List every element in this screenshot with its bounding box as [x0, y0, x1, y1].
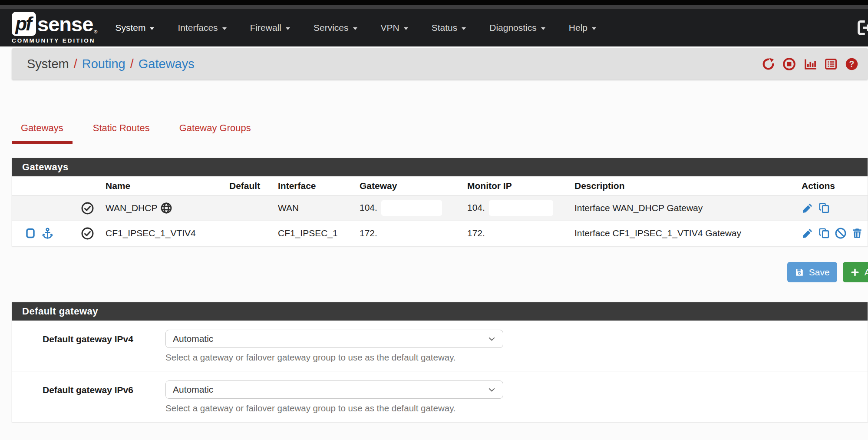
col-header-default: Default	[229, 176, 278, 195]
anchor-icon[interactable]	[38, 227, 53, 240]
gateway-name: CF1_IPSEC_1_VTIV4	[106, 228, 196, 238]
actions-cell	[802, 221, 868, 246]
caret-down-icon	[592, 27, 596, 30]
nav-item-system[interactable]: System	[103, 17, 166, 38]
page-title-bar: System/Routing/Gateways ?	[12, 48, 868, 79]
select-box-icon[interactable]	[25, 228, 36, 239]
check-circle-icon	[81, 227, 106, 240]
window-top-strip	[0, 0, 868, 5]
chart-bar-icon[interactable]	[803, 57, 817, 71]
svg-text:?: ?	[849, 59, 855, 69]
default-gateway-ipv6-label: Default gateway IPv6	[43, 380, 165, 395]
help-icon[interactable]: ?	[845, 57, 858, 71]
redacted-ip-box	[489, 200, 553, 216]
handles-cell	[12, 221, 77, 246]
add-button-label: Add	[865, 267, 868, 278]
nav-item-status[interactable]: Status	[420, 17, 478, 38]
caret-down-icon	[150, 27, 154, 30]
save-button[interactable]: Save	[787, 262, 837, 282]
breadcrumb-section: System	[27, 57, 69, 71]
nav-menu: System Interfaces Firewall Services VPN …	[103, 17, 608, 38]
caret-down-icon	[353, 27, 357, 30]
chevron-down-icon	[488, 335, 496, 343]
selected-value: Automatic	[173, 384, 213, 395]
default-cell	[229, 221, 278, 246]
caret-down-icon	[404, 27, 408, 30]
default-gateway-ipv6-select[interactable]: Automatic	[165, 380, 503, 399]
gateway-ip: 104.	[360, 202, 377, 212]
routing-tabs: Gateways Static Routes Gateway Groups	[12, 117, 868, 144]
nav-item-diagnostics[interactable]: Diagnostics	[478, 17, 557, 38]
disable-icon[interactable]	[835, 227, 847, 239]
tab-gateways[interactable]: Gateways	[12, 117, 73, 144]
nav-item-label: Services	[314, 23, 349, 33]
edit-icon[interactable]	[802, 227, 814, 239]
log-icon[interactable]	[824, 57, 838, 71]
gateway-name-cell: CF1_IPSEC_1_VTIV4	[106, 221, 229, 246]
status-cell	[77, 221, 106, 246]
sign-out-icon[interactable]	[855, 19, 868, 37]
gateway-ip-cell: 104.	[360, 195, 467, 221]
delete-icon[interactable]	[851, 227, 863, 239]
description-cell: Interface WAN_DHCP Gateway	[574, 195, 802, 221]
tab-static-routes[interactable]: Static Routes	[84, 117, 159, 144]
gateway-ip: 172.	[360, 228, 377, 238]
add-button[interactable]: Add	[843, 262, 868, 282]
nav-item-vpn[interactable]: VPN	[369, 17, 420, 38]
default-gateway-panel: Default gateway Default gateway IPv4 Aut…	[12, 302, 868, 422]
actions-cell	[802, 195, 868, 221]
col-header-interface: Interface	[278, 176, 360, 195]
nav-item-label: Diagnostics	[489, 23, 537, 33]
default-gateway-ipv4-select[interactable]: Automatic	[165, 330, 503, 348]
check-circle-icon	[81, 202, 106, 215]
nav-item-firewall[interactable]: Firewall	[238, 17, 302, 38]
col-header-actions: Actions	[802, 176, 868, 195]
col-header-handles	[12, 176, 77, 195]
nav-item-label: Help	[569, 23, 587, 33]
stop-icon[interactable]	[782, 57, 796, 71]
ipv4-help-text: Select a gateway or failover gateway gro…	[165, 352, 503, 363]
gateways-panel: Gateways Name Default Interface Gateway …	[12, 158, 868, 246]
handles-cell	[12, 195, 77, 221]
pfsense-logo[interactable]: pf sense ® COMMUNITY EDITION	[12, 12, 97, 44]
copy-icon[interactable]	[818, 227, 830, 239]
caret-down-icon	[286, 27, 290, 30]
table-row-cf1-ipsec: CF1_IPSEC_1_VTIV4 CF1_IPSEC_1 172. 172. …	[12, 221, 868, 246]
gateway-name: WAN_DHCP	[106, 203, 157, 213]
table-header-row: Name Default Interface Gateway Monitor I…	[12, 176, 868, 195]
nav-item-services[interactable]: Services	[302, 17, 369, 38]
col-header-description: Description	[574, 176, 802, 195]
save-button-label: Save	[809, 267, 830, 278]
breadcrumb-link-routing[interactable]: Routing	[82, 57, 125, 71]
field-main: Automatic Select a gateway or failover g…	[165, 330, 503, 363]
registered-mark: ®	[94, 29, 97, 34]
tab-gateway-groups[interactable]: Gateway Groups	[170, 117, 260, 144]
title-bar-actions: ?	[762, 57, 858, 71]
interface-cell: CF1_IPSEC_1	[278, 221, 360, 246]
refresh-icon[interactable]	[762, 57, 775, 71]
field-main: Automatic Select a gateway or failover g…	[165, 380, 503, 414]
nav-item-interfaces[interactable]: Interfaces	[166, 17, 238, 38]
default-gateway-panel-title: Default gateway	[12, 302, 868, 321]
nav-item-help[interactable]: Help	[557, 17, 608, 38]
caret-down-icon	[541, 27, 545, 30]
default-cell	[229, 195, 278, 221]
nav-item-label: System	[115, 23, 145, 33]
pf-logo-box: pf	[12, 12, 36, 36]
logo-row: pf sense ®	[12, 12, 97, 36]
plus-icon	[850, 268, 860, 277]
table-row-wan-dhcp: WAN_DHCP WAN 104. 104. Interface WAN_DHC…	[12, 195, 868, 221]
nav-item-label: Status	[432, 23, 458, 33]
interface-cell: WAN	[278, 195, 360, 221]
community-edition-label: COMMUNITY EDITION	[12, 37, 97, 44]
monitor-ip: 104.	[467, 202, 485, 212]
ipv6-help-text: Select a gateway or failover gateway gro…	[165, 403, 503, 414]
copy-icon[interactable]	[818, 202, 830, 214]
breadcrumb-link-gateways[interactable]: Gateways	[139, 57, 195, 71]
edit-icon[interactable]	[802, 202, 814, 214]
top-navbar: pf sense ® COMMUNITY EDITION System Inte…	[0, 9, 868, 46]
chevron-down-icon	[488, 386, 496, 394]
status-cell	[77, 195, 106, 221]
gateways-panel-title: Gateways	[12, 158, 868, 176]
field-row-ipv6: Default gateway IPv6 Automatic Select a …	[12, 371, 868, 422]
